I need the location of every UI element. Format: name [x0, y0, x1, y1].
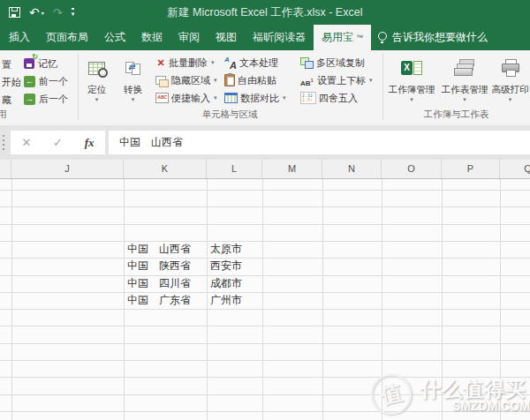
clipped-button-3[interactable]: 藏: [2, 94, 11, 107]
data-cell-L-row3[interactable]: 成都市: [207, 275, 262, 292]
dropdown-caret-icon: ▾: [116, 95, 150, 104]
tab-view[interactable]: 视图: [208, 25, 245, 50]
formula-input[interactable]: 中国 山西省: [109, 131, 530, 154]
gridline: [0, 309, 530, 310]
left-group-label: 用: [0, 109, 11, 120]
redo-button[interactable]: ↷: [53, 4, 63, 20]
group-separator: [78, 53, 79, 120]
save-button[interactable]: [9, 4, 20, 20]
gridline: [11, 179, 12, 420]
text-process-button[interactable]: AA文本处理: [224, 55, 278, 71]
cells-group-label: 单元格与区域: [132, 109, 327, 120]
button-label: 文本处理: [239, 56, 278, 70]
superscript-icon: AB1: [300, 75, 314, 86]
column-header-K[interactable]: K: [124, 160, 207, 178]
column-header-M[interactable]: M: [262, 160, 322, 178]
worksheet-manage-icon: [453, 59, 476, 77]
tab-foxit-reader[interactable]: 福昕阅读器: [245, 25, 314, 50]
customize-qat-button[interactable]: ▾: [72, 4, 75, 20]
dropdown-caret-icon: ▾: [385, 95, 438, 104]
dropdown-caret-icon: ▾: [369, 77, 373, 84]
tellme-label: 告诉我你想要做什么: [392, 30, 488, 45]
data-cell-L-row2[interactable]: 西安市: [207, 258, 262, 274]
rounding-button[interactable]: 1.311.5↑四舍五入: [300, 90, 358, 106]
tab-formulas[interactable]: 公式: [96, 25, 133, 50]
quick-access-toolbar: ↶▾ ↷ ▾: [9, 4, 74, 20]
column-header-J[interactable]: J: [11, 160, 124, 178]
tellme-box[interactable]: 告诉我你想要做什么: [378, 25, 488, 50]
data-compare-button[interactable]: 数据对比▾: [224, 90, 286, 106]
quick-input-button[interactable]: ABC便捷输入▾: [155, 90, 217, 106]
gridline: [0, 343, 530, 344]
data-cell-K-row4[interactable]: 中国 广东省: [124, 292, 207, 309]
gridline: [0, 258, 530, 259]
batch-delete-icon: ✕: [155, 57, 166, 68]
free-paste-button[interactable]: 自由粘贴: [224, 72, 276, 88]
gridline: [0, 326, 530, 326]
data-cell-K-row2[interactable]: 中国 陕西省: [124, 258, 207, 274]
dropdown-caret-icon: ▾: [283, 94, 286, 101]
previous-button[interactable]: ←前一个: [24, 74, 68, 88]
text-process-icon: AA: [224, 57, 237, 69]
button-label: 数据对比: [240, 92, 279, 105]
data-cell-L-row1[interactable]: 太原市: [207, 241, 262, 258]
hide-region-icon: [155, 76, 166, 85]
gridline: [0, 292, 530, 293]
formula-enter-button[interactable]: ✓: [53, 136, 63, 149]
clipped-button-2[interactable]: 开始: [2, 76, 21, 89]
save-icon: [9, 7, 20, 18]
data-cell-K-row3[interactable]: 中国 四川省: [124, 275, 207, 292]
button-label: 四舍五入: [319, 92, 358, 105]
title-bar: 新建 Microsoft Excel 工作表.xlsx - Excel ↶▾ ↷…: [0, 0, 530, 25]
button-label: 便捷输入: [171, 92, 210, 105]
gridline: [0, 377, 530, 378]
column-header-P[interactable]: P: [442, 160, 500, 178]
next-button[interactable]: →后一个: [24, 92, 68, 106]
gridline: [0, 241, 530, 242]
undo-button[interactable]: ↶▾: [29, 4, 44, 20]
gridline: [500, 179, 501, 420]
batch-delete-button[interactable]: ✕批量删除▾: [155, 55, 215, 71]
window-title: 新建 Microsoft Excel 工作表.xlsx - Excel: [0, 0, 530, 25]
tab-yiyongbao-label: 易用宝: [322, 30, 353, 45]
trademark-mark: ™: [356, 34, 363, 41]
dropdown-caret-icon: ▾: [80, 95, 114, 104]
locate-button[interactable]: 定位 ▾: [80, 52, 114, 119]
gridline: [0, 275, 530, 276]
dropdown-caret-icon: ▾: [214, 94, 217, 101]
tab-page-layout[interactable]: 页面布局: [38, 25, 96, 50]
gridline: [0, 206, 530, 207]
formula-bar-buttons: ✕ ✓ fx: [11, 131, 105, 154]
column-header-O[interactable]: O: [382, 160, 442, 178]
column-header-N[interactable]: N: [322, 160, 382, 178]
formula-bar: ✕ ✓ fx 中国 山西省: [0, 125, 530, 160]
ribbon: 置 开始 藏 记忆 ←前一个 →后一个 用 定位 ▾ ⇄ 转换 ▾ ✕批量删除▾…: [0, 50, 530, 126]
gridline: [0, 190, 530, 191]
customize-quick-access-icon: ▾: [72, 8, 75, 17]
clipped-button-1[interactable]: 置: [2, 58, 11, 71]
tab-insert[interactable]: 插入: [1, 25, 38, 50]
multi-region-copy-icon: [300, 57, 314, 69]
convert-icon: ⇄: [125, 62, 140, 75]
insert-function-button[interactable]: fx: [85, 136, 95, 150]
memory-button[interactable]: 记忆: [24, 56, 57, 71]
data-cell-L-row4[interactable]: 广州市: [207, 292, 262, 309]
lightbulb-icon: [378, 32, 387, 41]
rounding-icon: 1.311.5↑: [300, 92, 316, 104]
formula-bar-handle[interactable]: [3, 135, 4, 150]
column-header-L[interactable]: L: [207, 160, 262, 178]
gridline: [382, 179, 382, 420]
hide-region-button[interactable]: 隐藏区域▾: [155, 72, 217, 88]
gridline: [0, 224, 530, 225]
data-cell-K-row1[interactable]: 中国 山西省: [124, 241, 207, 258]
excel-window: 新建 Microsoft Excel 工作表.xlsx - Excel ↶▾ ↷…: [0, 0, 530, 420]
column-header-Q[interactable]: Q: [500, 160, 530, 178]
column-header-I[interactable]: I: [0, 160, 11, 178]
superscript-button[interactable]: AB1设置上下标▾: [300, 72, 373, 88]
sheet-grid[interactable]: 中国 山西省太原市中国 陕西省西安市中国 四川省成都市中国 广东省广州市: [0, 179, 530, 420]
tab-data[interactable]: 数据: [133, 25, 170, 50]
tab-yiyongbao[interactable]: 易用宝™: [314, 25, 371, 50]
multi-region-copy-button[interactable]: 多区域复制: [300, 55, 365, 71]
formula-cancel-button[interactable]: ✕: [21, 136, 31, 149]
tab-review[interactable]: 审阅: [170, 25, 208, 50]
